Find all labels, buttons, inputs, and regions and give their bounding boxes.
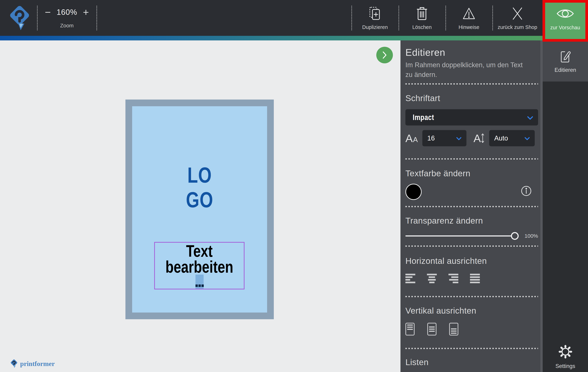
text-line2: bearbeiten [164,259,235,275]
warning-icon [462,6,476,21]
next-page-button[interactable] [376,47,393,63]
chevron-down-icon [525,135,530,142]
valign-bottom-icon [449,323,458,335]
lists-heading: Listen [405,357,538,367]
text-color-heading: Textfarbe ändern [405,169,538,178]
slider-track[interactable] [405,235,516,236]
zoom-label: Zoom [44,22,90,29]
chevron-right-icon [381,51,388,59]
duplicate-button[interactable]: Duplizieren [351,0,399,36]
font-size-select[interactable]: 16 [422,130,466,146]
tool-sidebar: Editieren Settings [543,40,588,372]
align-right-icon [449,274,458,283]
valign-middle-icon [427,323,436,335]
line-height-value: Auto [494,135,508,142]
align-right-button[interactable] [449,274,458,283]
trash-icon [416,6,428,21]
printformer-diamond-icon [10,359,18,368]
align-left-icon [405,274,415,283]
transparency-slider[interactable] [405,232,516,240]
chevron-down-icon [527,113,533,122]
halign-row [405,274,538,283]
text-color-swatch[interactable] [405,184,422,200]
printformer-logo-icon[interactable] [9,5,31,32]
font-size-icon: A A [405,132,418,145]
align-justify-icon [470,274,480,283]
gear-icon [558,344,573,360]
close-icon [511,6,524,21]
design-page: LO GO Text bearbeiten [126,99,274,319]
align-justify-button[interactable] [470,274,480,283]
zoom-value: 160% [57,8,77,17]
transparency-heading: Transparenz ändern [405,216,538,225]
hints-label: Hinweise [459,24,479,30]
logo-line2: GO [147,187,252,212]
line-height-icon: A [473,132,485,145]
valign-middle-button[interactable] [427,323,436,335]
text-line1: Text [164,243,235,259]
align-left-button[interactable] [405,274,415,283]
panel-description: Im Rahmen doppelklicken, um den Text zu … [405,60,531,80]
valign-top-icon [405,323,415,335]
duplicate-icon [368,6,382,21]
valign-top-button[interactable] [405,323,415,335]
edit-icon [559,49,572,63]
toolbar-divider [96,6,97,30]
settings-button[interactable]: Settings [543,344,588,370]
section-divider [405,296,538,297]
section-divider [405,158,538,159]
delete-label: Löschen [412,24,432,30]
text-color-row [405,184,538,201]
editable-text[interactable]: Text bearbeiten [164,243,235,275]
transparency-value: 100% [525,233,538,239]
slider-knob[interactable] [511,232,519,240]
printformer-brandmark[interactable]: printformer [10,359,55,368]
panel-title: Editieren [405,47,538,58]
transparency-row: 100% [405,232,538,240]
design-canvas: LO GO Text bearbeiten printformer [0,40,400,372]
delete-button[interactable]: Löschen [399,0,445,36]
logo-placeholder[interactable]: LO GO [147,163,252,212]
preview-button[interactable]: zur Vorschau [545,3,585,39]
toolbar-divider [37,6,38,30]
preview-label: zur Vorschau [550,25,580,31]
font-size-row: A A 16 A Auto [405,130,538,146]
printformer-wordmark: printformer [20,360,55,368]
zoom-out-button[interactable]: − [44,7,52,17]
panel-scrollbar[interactable] [540,40,543,372]
hints-button[interactable]: Hinweise [445,0,492,36]
halign-heading: Horizontal ausrichten [405,256,538,266]
tab-editieren[interactable]: Editieren [543,40,588,82]
editor-window: − 160% + Zoom Duplizieren [0,0,588,372]
chevron-down-icon [456,135,462,142]
zoom-controls: − 160% + [44,7,90,17]
zoom-in-button[interactable]: + [82,7,90,17]
edit-panel: Editieren Im Rahmen doppelklicken, um de… [400,40,543,372]
section-divider [405,348,538,349]
valign-heading: Vertikal ausrichten [405,306,538,316]
valign-row [405,323,538,335]
align-center-button[interactable] [427,274,437,283]
ellipsis-icon [195,285,204,287]
top-toolbar: − 160% + Zoom Duplizieren [0,0,588,36]
section-divider [405,206,538,207]
text-overflow-marker[interactable] [195,275,204,289]
tab-editieren-label: Editieren [555,67,576,73]
eye-icon [556,8,574,20]
line-height-select[interactable]: Auto [489,130,535,146]
section-divider [405,83,538,85]
info-icon[interactable] [521,185,532,197]
font-section-heading: Schriftart [405,93,538,103]
logo-line1: LO [147,163,252,187]
selected-text-frame[interactable]: Text bearbeiten [154,242,244,289]
section-divider [405,245,538,247]
preview-highlight-annotation: zur Vorschau [543,0,588,42]
font-family-select[interactable]: Impact [405,109,538,126]
valign-bottom-button[interactable] [449,323,458,335]
align-center-icon [427,274,437,283]
font-family-value: Impact [413,113,434,122]
accent-gradient-bar [0,36,543,40]
duplicate-label: Duplizieren [362,24,388,30]
back-to-shop-button[interactable]: zurück zum Shop [492,0,543,36]
back-to-shop-label: zurück zum Shop [498,24,537,30]
